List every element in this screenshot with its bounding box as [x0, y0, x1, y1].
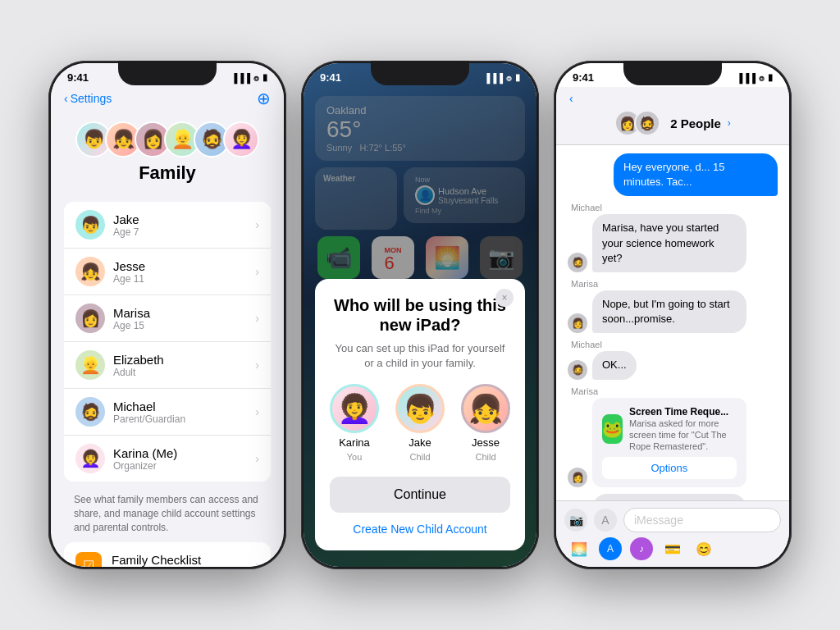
messages-header: ‹ 👩 🧔 2 People › [556, 87, 789, 145]
member-jake[interactable]: 👦 Jake Age 7 › [64, 202, 271, 249]
member-jesse[interactable]: 👧 Jesse Age 11 › [64, 249, 271, 295]
phone-ipad-setup: 9:41 ▐▐▐ ⌾ ▮ Oakland 65° Sunny [301, 61, 539, 569]
audio-strip-icon[interactable]: ♪ [630, 537, 653, 560]
modal-close-button[interactable]: × [495, 289, 514, 307]
photos-strip-icon[interactable]: 🌅 [568, 537, 591, 560]
signal-icon: ▐▐▐ [231, 73, 250, 83]
modal-karina[interactable]: 👩‍🦱 Karina You [330, 384, 379, 462]
checklist-label: Family Checklist [112, 553, 255, 567]
screen-time-title: Screen Time Reque... [629, 406, 737, 418]
elizabeth-avatar: 👱 [75, 350, 105, 380]
group-chevron-icon: › [728, 117, 731, 129]
group-name: 2 People [670, 116, 721, 130]
phone-notch-3 [623, 61, 722, 85]
wifi-icon-2: ⌾ [506, 73, 512, 83]
game-icon: 🐸 [602, 414, 623, 444]
jake-modal-name: Jake [409, 436, 431, 449]
ipad-setup-screen: 9:41 ▐▐▐ ⌾ ▮ Oakland 65° Sunny [304, 63, 536, 567]
message-input[interactable]: iMessage [623, 508, 781, 532]
marisa-info: Marisa Age 15 [113, 306, 255, 331]
michael-avatar: 🧔 [75, 397, 105, 427]
family-avatar-row: 👦 👧 👩 👱 🧔 👩‍🦱 [64, 121, 271, 158]
karina-avatar: 👩‍🦱 [75, 444, 105, 473]
checklist-chevron-icon: › [255, 559, 259, 567]
appstore-strip-icon[interactable]: A [599, 537, 622, 560]
messages-input-bar: 📷 A iMessage 🌅 A ♪ 💳 😊 [556, 500, 789, 567]
ipad-setup-modal: × Who will be using this new iPad? You c… [315, 279, 525, 550]
jesse-info: Jesse Age 11 [113, 259, 255, 285]
elizabeth-info: Elizabeth Adult [113, 353, 255, 378]
status-time-2: 9:41 [320, 71, 341, 84]
screen-time-request-message: Marisa 👩 🐸 Screen Time Reque... Marisa a… [568, 386, 746, 488]
member-michael[interactable]: 🧔 Michael Parent/Guardian › [64, 389, 271, 436]
message-michael-2: Michael 🧔 OK... [568, 340, 637, 379]
karina-info: Karina (Me) Organizer [113, 446, 255, 472]
camera-input-icon[interactable]: 📷 [564, 509, 587, 532]
app-strip: 🌅 A ♪ 💳 😊 [564, 537, 781, 560]
messages-title-row: 👩 🧔 2 People › [569, 108, 776, 138]
bubble-outgoing-1: Hey everyone, d... 15 minutes. Tac... [614, 153, 778, 196]
jake-name: Jake [113, 212, 255, 226]
karina-role: Organizer [113, 460, 255, 472]
phone-notch-2 [371, 61, 469, 85]
family-title: Family [64, 162, 271, 184]
continue-button[interactable]: Continue [330, 477, 510, 513]
message-michael-1: Michael 🧔 Marisa, have you started your … [568, 203, 746, 272]
messages-screen: 9:41 ▐▐▐ ⌾ ▮ ‹ 👩 🧔 [556, 63, 789, 567]
apps-input-icon[interactable]: A [594, 509, 617, 532]
marisa-avatar-small-1: 👩 [568, 313, 587, 333]
avatar-6: 👩‍🦱 [223, 121, 259, 158]
messages-list[interactable]: Hey everyone, d... 15 minutes. Tac... Mi… [556, 145, 789, 534]
modal-overlay: × Who will be using this new iPad? You c… [304, 63, 536, 567]
message-marisa-1: Marisa 👩 Nope, but I'm going to start so… [568, 279, 746, 333]
jake-modal-role: Child [409, 452, 430, 462]
family-settings-screen: 9:41 ▐▐▐ ⌾ ▮ ‹ Settings ⊕ [51, 63, 284, 567]
family-nav: ‹ Settings ⊕ [64, 87, 271, 115]
karina-modal-role: You [347, 452, 363, 462]
marisa-bubble-1: Nope, but I'm going to start soon...prom… [592, 290, 746, 333]
michael-avatar-small: 🧔 [568, 253, 587, 272]
jake-info: Jake Age 7 [113, 212, 255, 238]
jesse-modal-role: Child [475, 452, 495, 462]
jake-chevron-icon: › [255, 218, 259, 231]
family-checklist-row[interactable]: ☑ Family Checklist All set › [64, 542, 271, 567]
member-elizabeth[interactable]: 👱 Elizabeth Adult › [64, 342, 271, 389]
wifi-icon-3: ⌾ [759, 73, 765, 83]
modal-title: Who will be using this new iPad? [330, 295, 510, 335]
back-label: Settings [71, 92, 112, 105]
jake-age: Age 7 [113, 226, 255, 238]
michael-bubble-row-2: 🧔 OK... [568, 351, 637, 379]
member-marisa[interactable]: 👩 Marisa Age 15 › [64, 295, 271, 342]
phones-container: 9:41 ▐▐▐ ⌾ ▮ ‹ Settings ⊕ [32, 44, 808, 586]
modal-jesse[interactable]: 👧 Jesse Child [461, 384, 510, 462]
michael-avatar-small-2: 🧔 [568, 360, 587, 380]
michael-bubble-1: Marisa, have you started your science ho… [592, 214, 746, 272]
jesse-modal-name: Jesse [472, 436, 500, 449]
back-chevron-icon: ‹ [64, 92, 68, 105]
group-avatar-2: 🧔 [634, 110, 660, 136]
phone-messages: 9:41 ▐▐▐ ⌾ ▮ ‹ 👩 🧔 [554, 61, 792, 569]
marisa-sender-label: Marisa [568, 279, 598, 289]
family-members-list: 👦 Jake Age 7 › 👧 Jesse Age 11 › [64, 202, 271, 482]
checklist-icon: ☑ [75, 552, 102, 567]
karina-modal-avatar: 👩‍🦱 [330, 384, 379, 433]
status-time-1: 9:41 [67, 71, 89, 84]
messages-back-button[interactable]: ‹ [569, 92, 776, 105]
modal-subtitle: You can set up this iPad for yourself or… [330, 341, 510, 371]
create-child-account-link[interactable]: Create New Child Account [330, 523, 510, 536]
marisa-bubble-row-1: 👩 Nope, but I'm going to start soon...pr… [568, 290, 746, 333]
signal-icon-2: ▐▐▐ [484, 73, 503, 83]
options-button[interactable]: Options [602, 457, 737, 479]
cash-strip-icon[interactable]: 💳 [661, 537, 684, 560]
add-family-button[interactable]: ⊕ [257, 89, 271, 108]
battery-icon-3: ▮ [768, 72, 773, 83]
screen-time-header: 🐸 Screen Time Reque... Marisa asked for … [602, 406, 737, 453]
status-icons-3: ▐▐▐ ⌾ ▮ [737, 72, 773, 83]
michael-sender-label-2: Michael [568, 340, 602, 349]
michael-role: Parent/Guardian [113, 413, 255, 425]
memoji-strip-icon[interactable]: 😊 [692, 537, 715, 560]
modal-jake[interactable]: 👦 Jake Child [395, 384, 445, 462]
member-karina[interactable]: 👩‍🦱 Karina (Me) Organizer › [64, 436, 271, 482]
michael-bubble-2: OK... [592, 351, 637, 379]
back-button[interactable]: ‹ Settings [64, 92, 112, 105]
